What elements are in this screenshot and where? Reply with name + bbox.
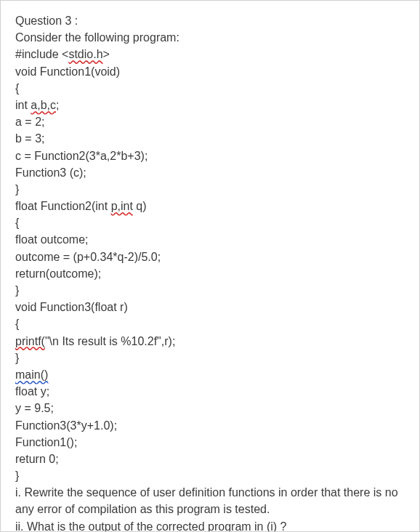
fn2-sig-pre: float Function2(int: [15, 200, 111, 212]
code-fn3-sig: void Function3(float r): [15, 299, 412, 315]
code-fn1-sig: void Function1(void): [15, 63, 412, 80]
code-main: main(): [15, 366, 412, 383]
printf-rest: "\n Its result is %10.2f",r);: [45, 335, 175, 347]
main-squiggle: main(): [15, 368, 48, 381]
code-b-assign: b = 3;: [15, 130, 412, 147]
code-c-assign: c = Function2(3*a,2*b+3);: [15, 148, 412, 164]
code-brace-close-3: }: [15, 350, 412, 366]
include-post: >: [103, 48, 110, 60]
code-fn3-call2: Function3(3*y+1.0);: [15, 417, 412, 434]
code-brace-close-2: }: [15, 282, 412, 299]
code-fn1-call: Function1();: [15, 434, 412, 451]
int-decl-squiggle: a,b,c: [31, 99, 56, 111]
code-brace-close-1: }: [15, 181, 412, 198]
fn2-sig-post: q): [133, 200, 147, 212]
code-brace-open-1: {: [15, 80, 412, 97]
code-a-assign: a = 2;: [15, 113, 412, 130]
fn2-sig-squiggle: p,int: [111, 200, 133, 212]
code-int-decl: int a,b,c;: [15, 97, 412, 113]
question-title: Question 3 :: [15, 12, 412, 29]
code-fn2-sig: float Function2(int p,int q): [15, 198, 412, 214]
code-y-assign: y = 9.5;: [15, 400, 412, 416]
code-return0: return 0;: [15, 451, 412, 467]
code-fn3-call1: Function3 (c);: [15, 164, 412, 181]
code-printf: printf("\n Its result is %10.2f",r);: [15, 333, 412, 350]
code-brace-open-2: {: [15, 214, 412, 231]
include-pre: #include <: [15, 48, 68, 60]
code-brace-open-3: {: [15, 315, 412, 332]
int-decl-pre: int: [15, 99, 31, 111]
subquestion-i: i. Rewrite the sequence of user definiti…: [15, 484, 412, 517]
code-outcome-assign: outcome = (p+0.34*q-2)/5.0;: [15, 249, 412, 265]
int-decl-post: ;: [56, 99, 59, 111]
code-return-outcome: return(outcome);: [15, 265, 412, 282]
code-include: #include <stdio.h>: [15, 46, 412, 63]
subquestion-ii: ii. What is the output of the corrected …: [15, 518, 412, 532]
code-brace-close-4: }: [15, 467, 412, 484]
printf-squiggle: printf(: [15, 335, 45, 347]
code-outcome-decl: float outcome;: [15, 231, 412, 248]
code-float-y: float y;: [15, 383, 412, 400]
include-squiggle: stdio.h: [68, 48, 102, 60]
intro-text: Consider the following program:: [15, 29, 412, 46]
